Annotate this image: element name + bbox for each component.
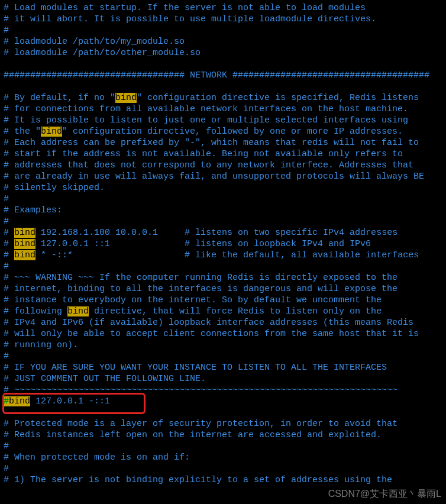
config-line: # ~~~ WARNING ~~~ If the computer runnin…	[4, 273, 397, 283]
config-line: # loadmodule /path/to/my_module.so	[4, 37, 185, 47]
config-line: # IPv4 and IPv6 (if available) loopback …	[4, 318, 413, 328]
text-segment: # ~~~ WARNING ~~~ If the computer runnin…	[4, 273, 397, 283]
text-segment: # When protected mode is on and if:	[4, 453, 190, 463]
search-highlight: bind	[115, 93, 137, 103]
config-line: #	[4, 25, 9, 35]
config-line: # 1) The server is not binding explicitl…	[4, 475, 392, 485]
config-line: # internet, binding to all the interface…	[4, 284, 397, 294]
text-segment: ################################## NETWO…	[4, 70, 429, 80]
text-segment: # 1) The server is not binding explicitl…	[4, 475, 392, 485]
text-segment: #	[4, 261, 9, 272]
search-highlight: bind	[14, 239, 35, 249]
config-line: # Examples:	[4, 205, 62, 215]
text-segment: 127.0.0.1 -::1	[30, 396, 110, 406]
text-segment: # silently skipped.	[4, 183, 105, 193]
config-line: # IF YOU ARE SURE YOU WANT YOUR INSTANCE…	[4, 363, 387, 373]
text-segment: " configuration directive, followed by o…	[62, 127, 403, 137]
config-line: # bind 192.168.1.100 10.0.0.1 # listens …	[4, 228, 397, 238]
config-line: # running on).	[4, 340, 78, 350]
text-segment: # loadmodule /path/to/other_module.so	[4, 48, 201, 58]
config-line: #	[4, 217, 9, 227]
config-line: # addresses that does not correspond to …	[4, 160, 413, 170]
text-segment: #	[4, 239, 14, 249]
config-line: #	[4, 261, 9, 272]
search-highlight: bind	[14, 250, 35, 260]
config-line: # silently skipped.	[4, 183, 105, 193]
text-segment: # start if the address is not available.…	[4, 149, 403, 159]
terminal-output: # Load modules at startup. If the server…	[0, 0, 446, 488]
text-segment: # the "	[4, 127, 41, 137]
config-line: # ~~~~~~~~~~~~~~~~~~~~~~~~~~~~~~~~~~~~~~…	[4, 385, 397, 395]
config-line: # start if the address is not available.…	[4, 149, 403, 159]
text-segment: # internet, binding to all the interface…	[4, 284, 397, 294]
text-segment: # IPv4 and IPv6 (if available) loopback …	[4, 318, 413, 328]
config-line: # bind 127.0.0.1 ::1 # listens on loopba…	[4, 239, 371, 249]
config-line: #	[4, 194, 9, 204]
text-segment: # for connections from all available net…	[4, 104, 408, 114]
config-line: # are already in use will always fail, a…	[4, 172, 424, 182]
search-highlight: bind	[67, 306, 89, 316]
text-segment: #	[4, 250, 14, 260]
config-line: # JUST COMMENT OUT THE FOLLOWING LINE.	[4, 374, 206, 384]
config-line: # Redis instances left open on the inter…	[4, 430, 382, 440]
config-line: # the "bind" configuration directive, fo…	[4, 127, 403, 137]
config-line: #	[4, 464, 9, 474]
config-line: # Load modules at startup. If the server…	[4, 3, 366, 13]
text-segment: #	[4, 351, 9, 361]
text-segment: #	[4, 464, 9, 474]
text-segment: # Load modules at startup. If the server…	[4, 3, 366, 13]
config-line: #	[4, 441, 9, 451]
config-line: # will only be able to accept client con…	[4, 329, 419, 339]
config-line: # By default, if no "bind" configuration…	[4, 93, 419, 103]
text-segment: # following	[4, 306, 67, 316]
text-segment: #	[4, 228, 14, 238]
text-segment: # ~~~~~~~~~~~~~~~~~~~~~~~~~~~~~~~~~~~~~~…	[4, 385, 397, 395]
text-segment: # it will abort. It is possible to use m…	[4, 14, 376, 24]
text-segment: # are already in use will always fail, a…	[4, 172, 424, 182]
text-segment: # IF YOU ARE SURE YOU WANT YOUR INSTANCE…	[4, 363, 387, 373]
watermark-text: CSDN7@艾卡西亚丶暴雨L	[328, 488, 441, 500]
text-segment: #	[4, 25, 9, 35]
text-segment: # loadmodule /path/to/my_module.so	[4, 37, 185, 47]
text-segment: # Examples:	[4, 205, 62, 215]
config-line: # it will abort. It is possible to use m…	[4, 14, 376, 24]
search-highlight: bind	[14, 228, 35, 238]
text-segment: # instance to everybody on the internet.…	[4, 295, 382, 305]
text-segment: #	[4, 194, 9, 204]
text-segment: * -::* # like the default, all available…	[35, 250, 419, 260]
text-segment: #	[4, 441, 9, 451]
config-line: #	[4, 351, 9, 361]
search-highlight: bind	[9, 396, 30, 406]
text-segment: # JUST COMMENT OUT THE FOLLOWING LINE.	[4, 374, 206, 384]
text-segment: # Protected mode is a layer of security …	[4, 419, 397, 429]
config-line: #bind 127.0.0.1 -::1	[4, 396, 110, 406]
text-segment: 127.0.0.1 ::1 # listens on loopback IPv4…	[35, 239, 371, 249]
text-segment: # will only be able to accept client con…	[4, 329, 419, 339]
text-segment: directive, that will force Redis to list…	[89, 306, 382, 316]
text-segment: # running on).	[4, 340, 78, 350]
text-segment: # Redis instances left open on the inter…	[4, 430, 382, 440]
config-line: # Protected mode is a layer of security …	[4, 419, 397, 429]
config-line: # loadmodule /path/to/other_module.so	[4, 48, 201, 58]
config-line: # following bind directive, that will fo…	[4, 306, 382, 316]
search-highlight: bind	[41, 127, 62, 137]
text-segment: # It is possible to listen to just one o…	[4, 115, 408, 125]
text-segment: #	[4, 217, 9, 227]
config-line: # It is possible to listen to just one o…	[4, 115, 408, 125]
config-line: # bind * -::* # like the default, all av…	[4, 250, 419, 260]
text-segment: # Each address can be prefixed by "-", w…	[4, 138, 419, 148]
search-highlight: #	[4, 396, 9, 406]
config-line: # instance to everybody on the internet.…	[4, 295, 382, 305]
config-line: # Each address can be prefixed by "-", w…	[4, 138, 419, 148]
text-segment: # addresses that does not correspond to …	[4, 160, 413, 170]
config-line: # When protected mode is on and if:	[4, 453, 190, 463]
config-line: # for connections from all available net…	[4, 104, 408, 114]
text-segment: 192.168.1.100 10.0.0.1 # listens on two …	[35, 228, 397, 238]
config-line: ################################## NETWO…	[4, 70, 429, 80]
text-segment: " configuration directive is specified, …	[137, 93, 419, 103]
text-segment: # By default, if no "	[4, 93, 115, 103]
